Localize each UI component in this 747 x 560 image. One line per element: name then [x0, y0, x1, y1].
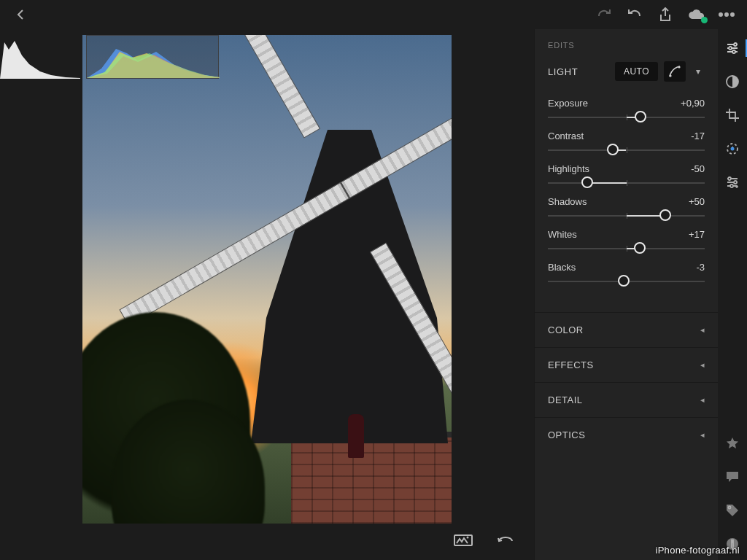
slider-knob[interactable] — [635, 111, 646, 122]
star-icon[interactable] — [724, 435, 741, 452]
presets-icon[interactable] — [724, 174, 741, 191]
svg-point-12 — [731, 147, 735, 151]
slider-shadows[interactable]: Shadows+50 — [548, 196, 705, 225]
svg-point-2 — [731, 13, 734, 16]
slider-track[interactable] — [548, 109, 705, 126]
svg-point-4 — [467, 537, 469, 539]
cloud-sync-button[interactable] — [686, 4, 706, 25]
slider-track[interactable] — [548, 207, 705, 225]
histogram-luma — [0, 35, 133, 79]
compare-button[interactable] — [454, 533, 474, 551]
share-button[interactable] — [655, 4, 676, 25]
photo-preview[interactable] — [82, 35, 452, 524]
slider-track[interactable] — [548, 240, 705, 257]
chevron-left-icon: ◂ — [700, 325, 705, 335]
watermark: iPhone-fotograaf.nl — [655, 545, 740, 556]
more-button[interactable] — [716, 4, 737, 25]
undo-button[interactable] — [624, 4, 645, 25]
section-effects[interactable]: EFFECTS◂ — [535, 347, 718, 382]
svg-point-6 — [678, 66, 680, 68]
heal-icon[interactable] — [724, 140, 741, 158]
slider-blacks[interactable]: Blacks-3 — [548, 262, 705, 290]
slider-track[interactable] — [548, 141, 705, 159]
light-collapse-toggle[interactable]: ▾ — [692, 66, 705, 77]
chevron-left-icon: ◂ — [700, 395, 705, 405]
auto-button[interactable]: AUTO — [615, 62, 658, 81]
redo-button[interactable] — [594, 4, 614, 25]
tag-icon[interactable] — [724, 502, 741, 519]
slider-knob[interactable] — [659, 209, 671, 221]
light-heading[interactable]: LIGHT — [548, 66, 609, 77]
slider-knob[interactable] — [634, 242, 646, 254]
slider-contrast[interactable]: Contrast-17 — [548, 131, 705, 159]
svg-point-8 — [729, 47, 732, 50]
svg-point-14 — [734, 181, 737, 184]
svg-point-1 — [725, 13, 728, 16]
svg-point-13 — [728, 177, 731, 180]
svg-point-9 — [732, 50, 735, 53]
section-color[interactable]: COLOR◂ — [535, 312, 718, 347]
slider-knob[interactable] — [618, 275, 630, 287]
slider-whites[interactable]: Whites+17 — [548, 229, 705, 257]
svg-rect-19 — [732, 540, 733, 542]
slider-track[interactable] — [548, 273, 705, 290]
slider-knob[interactable] — [607, 144, 619, 155]
revert-button[interactable] — [496, 533, 516, 551]
svg-point-7 — [734, 43, 737, 46]
crop-icon[interactable] — [724, 106, 741, 124]
slider-track[interactable] — [548, 174, 705, 192]
edit-panel: EDITS LIGHT AUTO ▾ Exposure+0,90Contrast… — [534, 29, 718, 560]
adjust-icon[interactable] — [724, 39, 741, 57]
back-button[interactable] — [10, 4, 31, 25]
section-optics[interactable]: OPTICS◂ — [535, 417, 718, 452]
chevron-left-icon: ◂ — [700, 430, 705, 440]
section-detail[interactable]: DETAIL◂ — [535, 382, 718, 417]
chevron-left-icon: ◂ — [700, 360, 705, 370]
tone-curve-button[interactable] — [664, 61, 686, 82]
svg-point-5 — [669, 74, 671, 77]
slider-highlights[interactable]: Highlights-50 — [548, 163, 705, 192]
svg-point-0 — [719, 13, 722, 16]
comment-icon[interactable] — [724, 468, 741, 486]
svg-point-16 — [729, 507, 731, 509]
svg-point-15 — [730, 184, 733, 187]
slider-knob[interactable] — [581, 176, 593, 188]
edits-heading: EDITS — [548, 41, 705, 50]
filters-icon[interactable] — [724, 73, 741, 90]
slider-exposure[interactable]: Exposure+0,90 — [548, 98, 705, 126]
